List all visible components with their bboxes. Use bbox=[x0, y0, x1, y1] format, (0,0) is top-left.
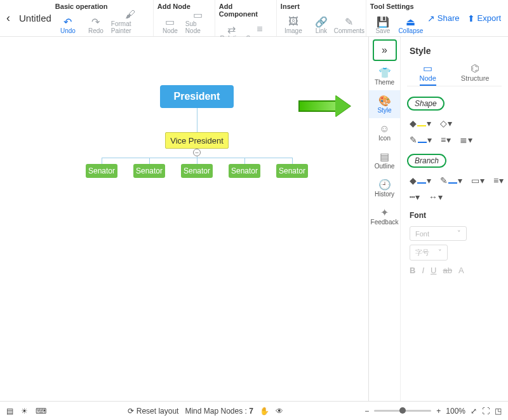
branch-dash-picker[interactable]: ┅▾ bbox=[410, 192, 420, 202]
zoom-in-button[interactable]: + bbox=[436, 407, 441, 416]
keyboard-icon[interactable]: ⌨ bbox=[36, 407, 46, 416]
shape-icon: ◇ bbox=[440, 118, 447, 128]
connector bbox=[149, 158, 150, 164]
image-icon: 🖼 bbox=[288, 16, 298, 27]
node-button[interactable]: ▭Node bbox=[157, 11, 183, 34]
fullscreen-icon[interactable]: ⛶ bbox=[482, 407, 490, 416]
group-add-component-title: Add Component bbox=[219, 3, 272, 18]
redo-button[interactable]: ↷Redo bbox=[83, 11, 109, 34]
document-title[interactable]: Untitled bbox=[19, 13, 51, 24]
node-senator[interactable]: Senator bbox=[133, 164, 165, 178]
sub-node-button[interactable]: ▭Sub Node bbox=[185, 11, 211, 34]
hand-tool-icon[interactable]: ✋ bbox=[260, 407, 269, 416]
node-senator[interactable]: Senator bbox=[276, 164, 308, 178]
strikethrough-button[interactable]: ab bbox=[443, 266, 451, 275]
group-tool-settings-title: Tool Settings bbox=[370, 3, 424, 10]
panel-tab-history[interactable]: 🕘History bbox=[369, 174, 400, 202]
right-panel: » 👕Theme 🎨Style ☺Icon ▤Outline 🕘History … bbox=[368, 37, 508, 401]
redo-icon: ↷ bbox=[91, 16, 100, 27]
panel-tab-icon[interactable]: ☺Icon bbox=[369, 118, 400, 146]
node-senator[interactable]: Senator bbox=[229, 164, 260, 178]
branch-line-picker[interactable]: ≡▾ bbox=[493, 175, 504, 186]
export-button[interactable]: ⬆Export bbox=[467, 13, 502, 24]
font-family-select[interactable]: Font˅ bbox=[410, 226, 467, 241]
feedback-icon: ✦ bbox=[380, 207, 389, 219]
zoom-slider[interactable] bbox=[374, 410, 431, 412]
history-icon: 🕘 bbox=[378, 179, 391, 191]
pen-icon: ✎ bbox=[440, 175, 448, 186]
font-size-select[interactable]: 字号˅ bbox=[410, 245, 448, 261]
subtab-node[interactable]: ▭Node bbox=[420, 62, 436, 86]
shape-line-style-picker[interactable]: ≡▾ bbox=[441, 135, 451, 145]
branch-arrow-picker[interactable]: ↔▾ bbox=[429, 192, 443, 202]
save-button[interactable]: 💾Save bbox=[370, 11, 396, 34]
undo-button[interactable]: ↶Undo bbox=[55, 11, 81, 34]
group-insert-title: Insert bbox=[281, 3, 362, 10]
panel-tab-theme[interactable]: 👕Theme bbox=[369, 62, 400, 90]
collapse-button[interactable]: ⏏Collapse bbox=[398, 11, 424, 34]
node-count-label: Mind Map Nodes : 7 bbox=[185, 407, 253, 416]
italic-button[interactable]: I bbox=[422, 266, 424, 275]
reset-layout-button[interactable]: ⟳ Reset layout bbox=[128, 407, 178, 416]
branch-fill-picker[interactable]: ◆▾ bbox=[410, 175, 431, 186]
status-bar: ▤ ☀ ⌨ ⟳ Reset layout Mind Map Nodes : 7 … bbox=[0, 401, 508, 420]
presentation-icon[interactable]: ▤ bbox=[6, 407, 13, 416]
minimap-icon[interactable]: ◳ bbox=[495, 407, 502, 416]
shape-fill-picker[interactable]: ◆▾ bbox=[410, 118, 431, 128]
subtab-structure[interactable]: ⌬Structure bbox=[461, 62, 490, 86]
format-painter-button[interactable]: 🖌Format Painter bbox=[111, 11, 149, 34]
frame-icon: ▭ bbox=[471, 175, 479, 186]
branch-color-picker[interactable]: ✎▾ bbox=[440, 175, 462, 186]
panel-tab-style[interactable]: 🎨Style bbox=[369, 90, 400, 118]
connector bbox=[197, 158, 197, 164]
text-color-button[interactable]: A bbox=[458, 266, 464, 275]
insert-link-button[interactable]: 🔗Link bbox=[309, 11, 334, 34]
panel-tab-outline[interactable]: ▤Outline bbox=[369, 146, 400, 174]
panel-collapse-button[interactable]: » bbox=[373, 39, 397, 61]
refresh-icon: ⟳ bbox=[128, 407, 134, 416]
bold-button[interactable]: B bbox=[410, 266, 415, 275]
line-style-icon: ≡ bbox=[441, 135, 446, 145]
underline-button[interactable]: U bbox=[431, 266, 436, 275]
share-button[interactable]: ↗Share bbox=[427, 13, 460, 24]
zoom-out-button[interactable]: − bbox=[364, 407, 369, 416]
node-senator[interactable]: Senator bbox=[181, 164, 213, 178]
comments-button[interactable]: ✎Comments bbox=[337, 11, 362, 34]
panel-tab-feedback[interactable]: ✦Feedback bbox=[369, 202, 400, 230]
shape-border-picker[interactable]: ✎▾ bbox=[410, 135, 432, 145]
shape-line-weight-picker[interactable]: ≣▾ bbox=[460, 135, 472, 145]
arrow-icon: ↔ bbox=[429, 192, 438, 202]
line-icon: ≡ bbox=[493, 175, 498, 186]
save-icon: 💾 bbox=[377, 16, 389, 27]
node-tab-icon: ▭ bbox=[423, 62, 432, 74]
node-icon: ▭ bbox=[165, 16, 175, 27]
zoom-value[interactable]: 100% bbox=[446, 407, 465, 416]
chevron-double-right-icon: » bbox=[382, 44, 387, 56]
share-icon: ↗ bbox=[427, 13, 435, 24]
section-shape-label: Shape bbox=[407, 97, 444, 111]
node-president[interactable]: President bbox=[160, 85, 234, 108]
node-senator[interactable]: Senator bbox=[86, 164, 117, 178]
chevron-down-icon: ˅ bbox=[438, 248, 442, 257]
palette-icon: 🎨 bbox=[378, 95, 391, 107]
theme-icon: 👕 bbox=[378, 67, 391, 79]
insert-image-button[interactable]: 🖼Image bbox=[281, 11, 306, 34]
fit-screen-icon[interactable]: ⤢ bbox=[471, 407, 477, 416]
collapse-toggle-icon[interactable]: – bbox=[193, 149, 201, 156]
branch-frame-picker[interactable]: ▭▾ bbox=[471, 175, 485, 186]
paint-bucket-icon: ◆ bbox=[410, 175, 417, 186]
back-icon[interactable]: ‹ bbox=[6, 11, 10, 25]
mindmap-canvas[interactable]: President Vice President – Senator Senat… bbox=[0, 37, 368, 401]
export-icon: ⬆ bbox=[467, 13, 475, 24]
annotation-arrow-icon bbox=[298, 95, 356, 117]
eye-tool-icon[interactable]: 👁 bbox=[276, 407, 283, 416]
relation-icon: ⇄ bbox=[227, 24, 236, 35]
brightness-icon[interactable]: ☀ bbox=[21, 407, 28, 416]
link-icon: 🔗 bbox=[315, 16, 328, 27]
subnode-icon: ▭ bbox=[193, 9, 203, 20]
shape-type-picker[interactable]: ◇▾ bbox=[440, 118, 452, 128]
node-vice-president[interactable]: Vice President bbox=[165, 132, 229, 149]
comments-icon: ✎ bbox=[345, 16, 353, 27]
paint-roller-icon: 🖌 bbox=[125, 9, 135, 20]
connector bbox=[197, 108, 197, 132]
